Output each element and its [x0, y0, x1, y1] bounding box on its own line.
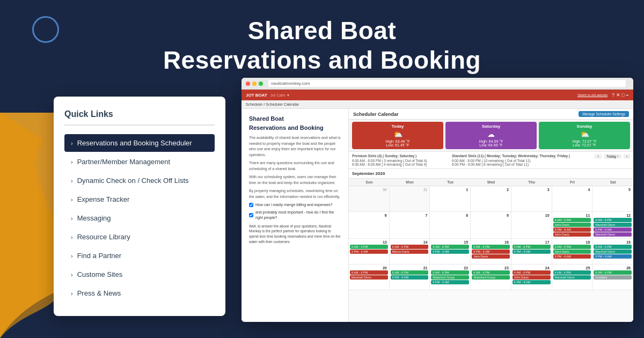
- nav-item-checklist[interactable]: › Dynamic Check on / Check Off Lists: [64, 172, 215, 189]
- event-sep17-2[interactable]: 6 PM - 6 AM: [513, 249, 551, 254]
- event-sep11-2b[interactable]: John Davis: [553, 232, 591, 237]
- checkbox-people-input[interactable]: [249, 213, 253, 217]
- nav-item-press-news[interactable]: › Press & News: [64, 284, 215, 302]
- event-sep26-1[interactable]: 6 AM - 6 PM: [594, 270, 632, 275]
- browser-close-btn[interactable]: [246, 82, 250, 86]
- event-sep24-2[interactable]: 6 PM - 6 AM: [513, 280, 551, 284]
- nav-item-resource-library[interactable]: › Resource Library: [64, 228, 215, 246]
- cal-cell-sep17[interactable]: 17 6 AM - 6 PM 6 PM - 6 AM: [511, 239, 552, 264]
- event-sep11-2[interactable]: 6 PM - 6 AM: [553, 227, 591, 232]
- cal-cell-sep16[interactable]: 16 6 AM - 6 PM 6 PM - 6 AM John Davis: [471, 239, 511, 264]
- event-sep11-1[interactable]: 6 AM - 6 PM: [553, 218, 591, 222]
- cal-cell-sep4[interactable]: 4: [552, 186, 593, 212]
- cal-today-button[interactable]: Today ›: [604, 154, 621, 159]
- event-sep22-1b[interactable]: Waterford Group: [431, 275, 469, 280]
- event-sep11-1b[interactable]: John Davis: [553, 223, 591, 227]
- cal-cell-sep20[interactable]: 20 6 AM - 6 PM Marshall Glenn: [349, 264, 390, 290]
- event-sep25-1b[interactable]: Marshall Glenn: [553, 275, 591, 280]
- manage-settings-button[interactable]: Manage Scheduler Settings: [579, 111, 629, 117]
- cal-cell-sep14[interactable]: 14 6 AM - 6 PM Marion Davis: [390, 239, 430, 264]
- event-sep15-2[interactable]: 6 PM - 6 AM: [431, 249, 469, 254]
- content-para-3: With our scheduling system, users can ma…: [249, 174, 341, 186]
- cal-cell-sep10[interactable]: 10: [511, 212, 552, 239]
- nav-item-expense[interactable]: › Expense Tracker: [64, 190, 215, 208]
- event-sep26-2[interactable]: Available: [594, 275, 632, 280]
- chevron-icon: ›: [71, 271, 73, 278]
- event-sep22-1[interactable]: 6 AM - 6 PM: [431, 270, 469, 275]
- event-sep13-1[interactable]: 6 AM - 6 PM: [350, 245, 388, 249]
- nav-item-custome-sites[interactable]: › Custome Sites: [64, 266, 215, 283]
- event-sep19-1b[interactable]: Marshall Glenn: [594, 249, 632, 254]
- chevron-icon: ›: [71, 290, 73, 297]
- cal-cell-sep22[interactable]: 22 6 AM - 6 PM Waterford Group 6 PM - 6 …: [430, 264, 471, 290]
- cal-cell-sep25[interactable]: 25 6 AM - 6 PM Marshall Glenn: [552, 264, 593, 290]
- content-para-1: The availability of shared boat reservat…: [249, 135, 341, 158]
- event-sep12-1b[interactable]: Marshall Glenn: [594, 223, 632, 227]
- cal-cell-sep6[interactable]: 6: [349, 212, 390, 239]
- checkbox-people[interactable]: and probably most important - how do I f…: [249, 210, 341, 221]
- event-sep14-1[interactable]: 6 AM - 6 PM: [391, 245, 429, 249]
- weather-today: Today ⛅ High: 63.46 °F Low: 61.45 °F: [352, 122, 443, 149]
- event-sep12-1[interactable]: 6 AM - 6 PM: [594, 218, 632, 222]
- cal-cell-sep26[interactable]: 26 6 AM - 6 PM Available: [592, 264, 633, 290]
- event-sep21-1[interactable]: 6 AM - 6 PM: [391, 270, 429, 275]
- nav-item-messaging[interactable]: › Messaging: [64, 209, 215, 227]
- event-sep18-1[interactable]: 6 AM - 6 PM: [553, 245, 591, 249]
- event-sep12-2b[interactable]: Marshall Glenn: [594, 232, 632, 237]
- event-sep21-2[interactable]: 6 PM - 6 AM: [391, 275, 429, 280]
- event-sep19-2[interactable]: 6 PM - 6 AM: [594, 254, 632, 259]
- cal-prev-button[interactable]: ‹: [595, 154, 601, 159]
- cal-cell-aug31[interactable]: 31: [390, 186, 430, 212]
- event-sep24-1[interactable]: 6 AM - 6 PM: [513, 270, 551, 275]
- cal-cell-sep24[interactable]: 24 6 AM - 6 PM John Davis 6 PM - 6 AM: [511, 264, 552, 290]
- event-sep16-2[interactable]: 6 PM - 6 AM: [472, 249, 510, 254]
- cal-cell-sep1[interactable]: 1: [430, 186, 471, 212]
- browser-minimize-btn[interactable]: [252, 82, 257, 86]
- cal-cell-sep15[interactable]: 15 6 AM - 6 PM 6 PM - 6 AM: [430, 239, 471, 264]
- cal-cell-sep5[interactable]: 5: [592, 186, 633, 212]
- event-sep14-1b[interactable]: Marion Davis: [391, 249, 429, 254]
- cal-cell-sep13[interactable]: 13 6 AM - 6 PM 6 PM - 6 AM: [349, 239, 390, 264]
- event-sep13-2[interactable]: 6 PM - 6 AM: [350, 249, 388, 254]
- event-sep25-1[interactable]: 6 AM - 6 PM: [553, 270, 591, 275]
- cal-cell-sep12[interactable]: 12 6 AM - 6 PM Marshall Glenn 6 PM - 6 A…: [592, 212, 633, 239]
- nav-item-reservations[interactable]: › Reservations and Booking Scheduler: [64, 134, 215, 152]
- cal-cell-sep8[interactable]: 8: [430, 212, 471, 239]
- cal-cell-sep3[interactable]: 3: [511, 186, 552, 212]
- browser-maximize-btn[interactable]: [259, 82, 263, 86]
- cal-cell-sep23[interactable]: 23 6 AM - 6 PM Waterford Group: [471, 264, 511, 290]
- event-sep16-2b[interactable]: John Davis: [472, 254, 510, 259]
- event-sep20-1[interactable]: 6 AM - 6 PM: [350, 270, 388, 275]
- event-sep23-1b[interactable]: Waterford Group: [472, 275, 510, 280]
- event-sep16-1[interactable]: 6 AM - 6 PM: [472, 245, 510, 249]
- event-sep24-1b[interactable]: John Davis: [513, 275, 551, 280]
- event-sep23-1[interactable]: 6 AM - 6 PM: [472, 270, 510, 275]
- cal-cell-sep18[interactable]: 18 6 AM - 6 PM John Davis 6 PM - 6 AM: [552, 239, 593, 264]
- nav-item-find-partner[interactable]: › Find a Partner: [64, 247, 215, 264]
- nav-item-partner[interactable]: › Partner/Member Management: [64, 153, 215, 171]
- event-sep17-1[interactable]: 6 AM - 6 PM: [513, 245, 551, 249]
- event-sep19-1[interactable]: 6 AM - 6 PM: [594, 245, 632, 249]
- cal-cell-sep2[interactable]: 2: [471, 186, 511, 212]
- app-window-controls[interactable]: ? ✕ □ ‒: [612, 92, 629, 98]
- weather-sunday-icon: ⛅: [542, 130, 627, 138]
- content-footer: Well, to answer the above of your questi…: [249, 224, 341, 245]
- checkbox-billing[interactable]: How can I easily mange billing and expen…: [249, 202, 341, 208]
- cal-cell-aug30[interactable]: 30: [349, 186, 390, 212]
- app-logo: JOT BOAT: [246, 93, 267, 98]
- event-sep18-1b[interactable]: John Davis: [553, 249, 591, 254]
- event-sep15-1[interactable]: 6 AM - 6 PM: [431, 245, 469, 249]
- cal-cell-sep19[interactable]: 19 6 AM - 6 PM Marshall Glenn 6 PM - 6 A…: [592, 239, 633, 264]
- event-sep20-1b[interactable]: Marshall Glenn: [350, 275, 388, 280]
- switch-label[interactable]: Switch to old website: [577, 93, 608, 97]
- browser-url-bar[interactable]: nauticalmonkey.com: [268, 80, 626, 87]
- cal-cell-sep9[interactable]: 9: [471, 212, 511, 239]
- cal-cell-sep21[interactable]: 21 6 AM - 6 PM 6 PM - 6 AM: [390, 264, 430, 290]
- cal-next-button[interactable]: ›: [624, 154, 630, 159]
- cal-cell-sep11[interactable]: 11 6 AM - 6 PM John Davis 6 PM - 6 AM Jo…: [552, 212, 593, 239]
- event-sep18-2[interactable]: 6 PM - 6 AM: [553, 254, 591, 259]
- cal-cell-sep7[interactable]: 7: [390, 212, 430, 239]
- event-sep12-2[interactable]: 6 PM - 6 AM: [594, 227, 632, 232]
- event-sep22-2[interactable]: 6 PM - 6 AM: [431, 280, 469, 284]
- checkbox-billing-input[interactable]: [249, 203, 253, 207]
